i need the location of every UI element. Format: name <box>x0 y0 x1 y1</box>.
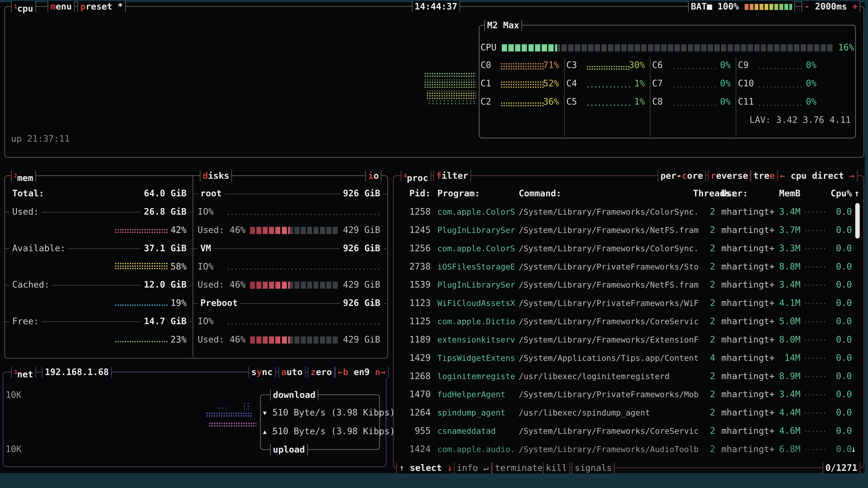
header-command[interactable]: Command: <box>519 189 561 198</box>
net-zero-toggle[interactable]: zero <box>308 367 335 378</box>
core-graph <box>500 63 545 70</box>
menu-button[interactable]: menu <box>48 1 74 12</box>
process-row[interactable]: 1470 fudHelperAgent /System/Library/Priv… <box>394 390 857 399</box>
core-label: C1 <box>480 79 491 88</box>
process-threads: 2 <box>693 445 715 454</box>
cpu-core: C4 1% <box>566 79 648 89</box>
header-program[interactable]: Program: <box>437 189 480 198</box>
disk-name-row: Preboot 926 GiB <box>193 299 386 307</box>
cpu-total-percent: 16% <box>835 43 854 52</box>
disk-size: 926 GiB <box>340 299 384 307</box>
core-percent: 36% <box>543 97 559 106</box>
header-pid[interactable]: Pid: <box>394 189 431 198</box>
mem-stat-percent: 42% <box>170 226 187 234</box>
mem-stat-value: 14.7 GiB <box>141 317 190 326</box>
cpu-core: C2 36% <box>480 97 562 107</box>
battery-indicator: BAT■ 100% <box>688 1 795 12</box>
process-row[interactable]: 1424 com.apple.audio. /System/Library/Fr… <box>394 445 857 454</box>
process-cpu: 0.0 <box>820 226 852 234</box>
interval-increase-button[interactable]: + <box>852 1 858 12</box>
prev-interface-button[interactable]: ←b <box>338 367 348 378</box>
process-row[interactable]: 1189 extensionkitserv /System/Library/Fr… <box>394 335 857 344</box>
process-row[interactable]: 2738 iOSFilesStorageE /System/Library/Pr… <box>394 262 857 271</box>
process-threads: 2 <box>693 427 715 435</box>
mem-stat-row: Available: 37.1 GiB <box>5 244 192 253</box>
signals-button[interactable]: signals <box>572 462 615 474</box>
proc-reverse-toggle[interactable]: reverse <box>708 170 751 182</box>
mem-stat-label: Available: <box>9 244 68 253</box>
net-auto-toggle[interactable]: auto <box>278 367 305 378</box>
process-pid: 955 <box>394 427 431 435</box>
process-pid: 1264 <box>394 408 431 417</box>
cpu-total-label: CPU <box>480 43 497 52</box>
process-row[interactable]: 955 csnameddatad /System/Library/Framewo… <box>394 427 857 435</box>
next-interface-button[interactable]: n→ <box>375 367 385 378</box>
mem-stat-row: Cached: 12.0 GiB <box>5 281 192 289</box>
process-pid: 1470 <box>394 390 431 399</box>
proc-tree-toggle[interactable]: tree <box>751 170 778 182</box>
select-down-button[interactable]: ↓ <box>447 462 453 473</box>
mem-graph-row: 58% <box>5 262 192 271</box>
disk-used-meter <box>249 227 338 234</box>
disks-title: disks <box>200 170 232 182</box>
mem-usage-graph <box>115 340 168 343</box>
proc-per-core-toggle[interactable]: per-core <box>657 170 706 182</box>
cpu-total-meter <box>500 44 833 52</box>
select-up-button[interactable]: ↑ <box>399 462 405 473</box>
process-row[interactable]: 1258 com.apple.ColorS /System/Library/Fr… <box>394 207 857 216</box>
process-command: /System/Library/Frameworks/AudioToolb <box>519 445 699 454</box>
disk-io-label: IO% <box>197 207 214 216</box>
process-pid: 1424 <box>394 445 431 454</box>
process-cpu: 0.0 <box>820 262 852 271</box>
core-label: C5 <box>566 97 577 106</box>
process-row[interactable]: 1123 WiFiCloudAssetsX /System/Library/Pr… <box>394 299 857 307</box>
process-mem: 6.8M <box>765 445 800 454</box>
proc-filter-button[interactable]: filter <box>434 170 471 182</box>
process-cpu: 0.0 <box>820 372 852 381</box>
cpu-cores-grid: C0 71% C1 52% C2 36% C3 30% C4 1% C5 1% … <box>480 61 857 122</box>
cpu-history-graph <box>426 91 476 100</box>
header-cpu[interactable]: Cpu% <box>820 189 852 198</box>
core-percent: 0% <box>806 61 816 70</box>
info-button[interactable]: info ↵ <box>454 462 491 474</box>
process-row[interactable]: 1264 spindump_agent /usr/libexec/spindum… <box>394 408 857 417</box>
core-percent: 0% <box>806 97 816 106</box>
core-percent: 30% <box>629 61 645 70</box>
mem-total-label: Total: <box>9 189 47 198</box>
header-user[interactable]: User: <box>721 189 748 198</box>
mem-graph-row: 42% <box>5 226 192 234</box>
process-cpu: 0.0 <box>820 299 852 307</box>
process-program: PlugInLibrarySer <box>437 281 515 289</box>
core-graph <box>586 65 630 70</box>
core-graph <box>672 86 716 89</box>
interval-decrease-button[interactable]: - <box>804 1 810 12</box>
battery-meter <box>743 4 792 10</box>
process-cpu: 0.0 <box>820 281 852 289</box>
process-row[interactable]: 1245 PlugInLibrarySer /System/Library/Fr… <box>394 226 857 234</box>
mem-stat-percent: 58% <box>170 262 187 271</box>
process-row[interactable]: 1429 TipsWidgetExtens /System/Applicatio… <box>394 354 857 362</box>
net-sync-toggle[interactable]: sync <box>249 367 276 378</box>
proc-scrollbar-thumb[interactable] <box>855 203 860 238</box>
select-control: ↑ select ↓ <box>396 462 455 474</box>
disk-io-row: IO% <box>193 262 386 271</box>
kill-button[interactable]: kill <box>543 462 570 474</box>
sort-next-button[interactable]: → <box>849 170 855 181</box>
load-average: LAV: 3.42 3.76 4.11 <box>749 116 851 125</box>
core-graph <box>500 81 545 89</box>
sort-prev-button[interactable]: ← <box>780 170 785 181</box>
process-row[interactable]: 1256 com.apple.ColorS /System/Library/Fr… <box>394 244 857 253</box>
interface-name: en9 <box>354 367 370 378</box>
process-row[interactable]: 1125 com.apple.Dictio /System/Library/Fr… <box>394 317 857 326</box>
header-memb[interactable]: MemB <box>765 189 800 198</box>
process-row[interactable]: 1268 loginitemregiste /usr/libexec/login… <box>394 372 857 381</box>
process-row[interactable]: 1539 PlugInLibrarySer /System/Library/Fr… <box>394 281 857 289</box>
process-program: spindump_agent <box>437 408 505 417</box>
terminate-button[interactable]: terminate <box>492 462 546 474</box>
header-threads[interactable]: Threads: <box>693 189 715 198</box>
mem-total-value: 64.0 GiB <box>141 189 190 198</box>
core-label: C6 <box>652 61 663 70</box>
process-command: /System/Library/Frameworks/NetFS.fram <box>519 281 699 289</box>
preset-button[interactable]: preset * <box>78 1 126 12</box>
disks-io-toggle[interactable]: io <box>365 170 381 182</box>
